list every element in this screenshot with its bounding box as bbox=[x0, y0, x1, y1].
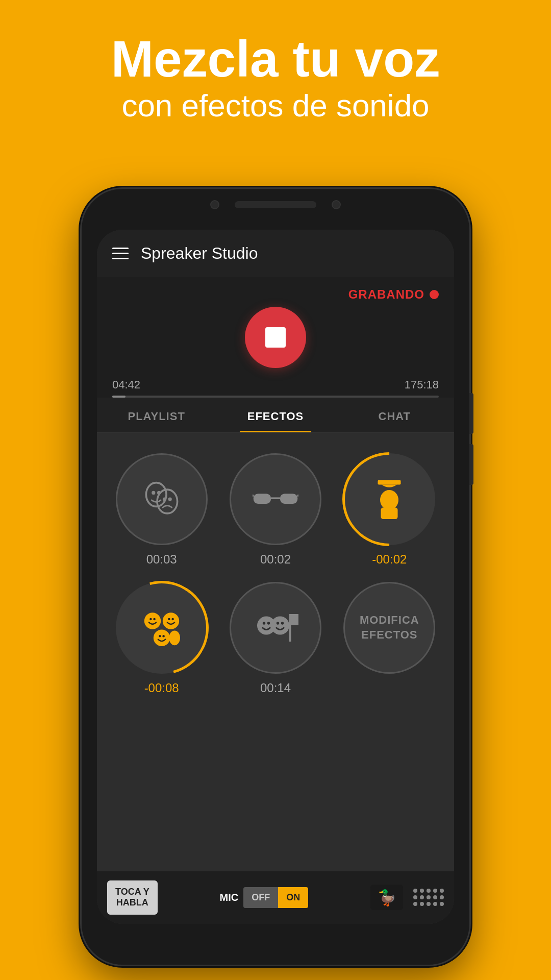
svg-rect-11 bbox=[378, 480, 401, 485]
effects-grid: 00:03 00:02 bbox=[97, 433, 454, 716]
effect-time-spy: -00:02 bbox=[372, 552, 407, 567]
svg-point-18 bbox=[168, 618, 170, 621]
svg-point-17 bbox=[162, 612, 179, 629]
svg-line-10 bbox=[297, 495, 298, 497]
phone-container: Spreaker Studio GRABANDO 04:42 175:18 bbox=[82, 189, 469, 965]
recording-area: GRABANDO 04:42 175:18 bbox=[97, 277, 454, 398]
phone-top-bar bbox=[82, 189, 469, 214]
spy-icon bbox=[366, 476, 412, 522]
mic-toggle-group: MIC OFF ON bbox=[168, 887, 360, 908]
toggle-off[interactable]: OFF bbox=[243, 887, 278, 908]
modify-label: MODIFICA EFECTOS bbox=[360, 613, 419, 642]
header-title-line2: con efectos de sonido bbox=[0, 87, 551, 125]
mic-toggle[interactable]: OFF ON bbox=[243, 887, 308, 908]
svg-point-22 bbox=[162, 635, 165, 638]
tab-playlist[interactable]: PLAYLIST bbox=[97, 398, 216, 432]
svg-point-23 bbox=[169, 630, 180, 645]
record-button-area bbox=[112, 307, 439, 368]
svg-point-0 bbox=[146, 483, 166, 507]
recording-dot bbox=[430, 290, 439, 299]
svg-rect-7 bbox=[280, 494, 297, 504]
svg-point-19 bbox=[171, 618, 174, 621]
record-button[interactable] bbox=[245, 307, 306, 368]
effect-flag-smileys[interactable]: 00:14 bbox=[230, 582, 321, 695]
grabando-row: GRABANDO bbox=[112, 287, 439, 302]
tab-chat[interactable]: CHAT bbox=[335, 398, 454, 432]
svg-point-1 bbox=[152, 491, 155, 495]
svg-point-15 bbox=[149, 618, 152, 621]
svg-point-20 bbox=[153, 630, 169, 646]
flag-smileys-icon bbox=[253, 605, 298, 651]
phone-outer: Spreaker Studio GRABANDO 04:42 175:18 bbox=[82, 189, 469, 965]
dots-grid[interactable] bbox=[413, 889, 444, 906]
header-area: Mezcla tu voz con efectos de sonido bbox=[0, 0, 551, 145]
effect-modify[interactable]: MODIFICA EFECTOS bbox=[343, 582, 435, 695]
camera-dot-right bbox=[332, 200, 341, 209]
bottom-bar: TOCA Y HABLA MIC OFF ON 🦆 bbox=[97, 871, 454, 924]
tab-efectos[interactable]: EFECTOS bbox=[216, 398, 335, 432]
mic-label: MIC bbox=[220, 892, 239, 903]
theater-icon bbox=[139, 476, 185, 522]
camera-dot-left bbox=[210, 200, 219, 209]
stop-icon bbox=[265, 327, 286, 348]
time-row: 04:42 175:18 bbox=[112, 378, 439, 391]
hamburger-icon[interactable] bbox=[112, 248, 129, 259]
svg-point-28 bbox=[277, 622, 279, 624]
effect-time-theater: 00:03 bbox=[146, 552, 177, 567]
effect-spy[interactable]: -00:02 bbox=[343, 453, 435, 567]
svg-point-27 bbox=[271, 617, 289, 635]
side-button-top bbox=[469, 393, 473, 434]
duck-button[interactable]: 🦆 bbox=[370, 885, 403, 910]
app-title: Spreaker Studio bbox=[141, 244, 258, 263]
svg-point-16 bbox=[153, 618, 156, 621]
side-button-bottom bbox=[469, 444, 473, 485]
timer-current: 04:42 bbox=[112, 378, 140, 391]
effect-circle-spy bbox=[343, 453, 435, 545]
svg-point-3 bbox=[157, 489, 178, 513]
phone-screen: Spreaker Studio GRABANDO 04:42 175:18 bbox=[97, 230, 454, 924]
timer-total: 175:18 bbox=[405, 378, 439, 391]
effect-circle-modify: MODIFICA EFECTOS bbox=[343, 582, 435, 674]
svg-point-14 bbox=[144, 612, 160, 629]
effect-time-smileys: -00:08 bbox=[144, 681, 179, 695]
grabando-label: GRABANDO bbox=[348, 287, 424, 302]
effect-circle-sunglasses bbox=[230, 453, 321, 545]
svg-line-9 bbox=[253, 495, 254, 497]
svg-point-21 bbox=[159, 635, 161, 638]
svg-rect-6 bbox=[254, 494, 271, 504]
effect-theater[interactable]: 00:03 bbox=[116, 453, 208, 567]
svg-rect-31 bbox=[290, 614, 298, 625]
svg-point-26 bbox=[267, 622, 270, 624]
effect-sunglasses[interactable]: 00:02 bbox=[230, 453, 321, 567]
effect-circle-smileys bbox=[116, 582, 208, 674]
svg-point-12 bbox=[380, 490, 398, 510]
app-header: Spreaker Studio bbox=[97, 230, 454, 277]
sunglasses-icon bbox=[253, 476, 298, 522]
effect-time-flag-smileys: 00:14 bbox=[260, 681, 291, 695]
svg-rect-13 bbox=[381, 508, 398, 520]
tabs-row: PLAYLIST EFECTOS CHAT bbox=[97, 398, 454, 433]
header-title-line1: Mezcla tu voz bbox=[0, 31, 551, 87]
smileys-icon bbox=[139, 605, 185, 651]
toggle-on[interactable]: ON bbox=[278, 887, 308, 908]
effect-circle-flag-smileys bbox=[230, 582, 321, 674]
speaker-grille bbox=[235, 201, 316, 208]
svg-point-4 bbox=[162, 497, 166, 501]
svg-point-29 bbox=[281, 622, 284, 624]
svg-point-5 bbox=[168, 497, 171, 501]
effect-circle-theater bbox=[116, 453, 208, 545]
effect-time-sunglasses: 00:02 bbox=[260, 552, 291, 567]
svg-point-25 bbox=[263, 622, 265, 624]
effect-smileys[interactable]: -00:08 bbox=[116, 582, 208, 695]
toca-habla-button[interactable]: TOCA Y HABLA bbox=[107, 880, 158, 915]
